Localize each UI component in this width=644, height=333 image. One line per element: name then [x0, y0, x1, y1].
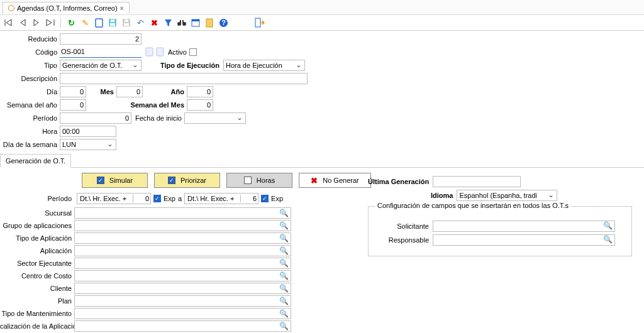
svg-rect-10: [182, 20, 184, 23]
lookup-input[interactable]: 🔍: [74, 220, 291, 231]
delete-icon[interactable]: ✖: [149, 18, 159, 28]
no-generar-button[interactable]: ✖ No Generar: [299, 173, 371, 188]
input-hora[interactable]: [60, 126, 116, 137]
separator: [60, 18, 61, 28]
lookup-label: Aplicación: [0, 247, 74, 254]
calendar-icon[interactable]: [191, 18, 201, 28]
new-icon[interactable]: [94, 18, 104, 28]
input-ano[interactable]: [187, 86, 213, 97]
exp-to-check[interactable]: ✓: [261, 195, 269, 202]
document-icon[interactable]: [204, 18, 214, 28]
label-solicitante: Solicitante: [374, 222, 433, 230]
priorizar-button[interactable]: ✓ Priorizar: [154, 173, 220, 188]
input-responsable[interactable]: 🔍: [433, 234, 615, 246]
close-icon[interactable]: ×: [120, 4, 124, 12]
search-icon[interactable]: 🔍: [279, 271, 289, 280]
edit-icon[interactable]: ✎: [80, 18, 90, 28]
label-dia: Día: [0, 88, 60, 96]
nav-last-icon[interactable]: [45, 18, 55, 28]
search-icon[interactable]: 🔍: [279, 234, 289, 243]
form-area: Reducido Código Activo Tipo Generación d…: [0, 31, 644, 152]
save-icon[interactable]: [108, 18, 118, 28]
search-icon[interactable]: 🔍: [279, 221, 289, 230]
search-icon[interactable]: 🔍: [603, 235, 613, 244]
lookup-label: Centro de Costo: [0, 272, 74, 280]
input-descripcion[interactable]: [60, 73, 308, 84]
lookup-input[interactable]: 🔍: [74, 308, 291, 319]
lookup-label: calización de la Aplicación: [0, 322, 74, 330]
binoculars-icon[interactable]: [177, 18, 187, 28]
horas-button[interactable]: Horas: [226, 173, 292, 188]
svg-rect-18: [157, 48, 164, 56]
label-periodo-top: Período: [0, 114, 60, 122]
lookup-input[interactable]: 🔍: [74, 258, 291, 269]
search-icon[interactable]: 🔍: [279, 309, 289, 318]
label-hora: Hora: [0, 128, 60, 135]
svg-rect-2: [110, 23, 115, 26]
lookup-input[interactable]: 🔍: [74, 295, 291, 307]
label-idioma: Idioma: [431, 192, 453, 199]
label-ano: Año: [143, 88, 187, 96]
label-semana-ano: Semana del año: [0, 101, 60, 109]
input-ultima-generacion[interactable]: [433, 176, 521, 187]
search-icon[interactable]: 🔍: [603, 221, 613, 230]
lookup-input[interactable]: 🔍: [74, 320, 291, 332]
select-dia-semana[interactable]: LUN: [60, 139, 116, 150]
input-semana-mes[interactable]: [187, 99, 213, 111]
nav-prev-icon[interactable]: [18, 18, 28, 28]
lookup-input[interactable]: 🔍: [74, 283, 291, 294]
search-icon[interactable]: 🔍: [279, 246, 289, 255]
svg-rect-0: [96, 19, 103, 27]
filter-icon[interactable]: [163, 18, 173, 28]
select-tipo-ejecucion[interactable]: Hora de Ejecución: [223, 60, 305, 71]
checkbox-activo[interactable]: [189, 48, 197, 56]
lookup-label: Tipo de Aplicación: [0, 234, 74, 242]
tab-bar: Agendas (O.T, Informes, Correo) ×: [0, 0, 644, 15]
input-solicitante[interactable]: 🔍: [433, 221, 615, 232]
lookup-input[interactable]: 🔍: [74, 270, 291, 281]
refresh-icon[interactable]: ↻: [66, 18, 76, 28]
input-reducido[interactable]: [60, 33, 142, 45]
select-fecha-inicio[interactable]: [184, 112, 246, 124]
input-periodo[interactable]: [60, 112, 131, 124]
nav-first-icon[interactable]: [4, 18, 14, 28]
a-label: a: [178, 195, 182, 202]
search-icon[interactable]: 🔍: [279, 322, 289, 330]
input-semana-ano[interactable]: [60, 99, 86, 111]
periodo-to[interactable]: Dt.\ Hr. Exec. + 6: [184, 193, 258, 204]
x-icon: ✖: [311, 176, 318, 185]
undo-icon[interactable]: ↶: [135, 18, 145, 28]
svg-rect-3: [111, 19, 114, 22]
label-semana-mes: Semana del Mes: [86, 101, 187, 109]
search-icon[interactable]: 🔍: [279, 297, 289, 305]
periodo-from[interactable]: Dt.\ Hr. Exec. + 0: [77, 193, 151, 204]
subtab-bar: Generación de O.T.: [0, 153, 644, 168]
svg-rect-12: [192, 19, 199, 21]
exp-from-check[interactable]: ✓: [153, 195, 161, 202]
label-descripcion: Descripción: [0, 75, 60, 82]
tab-agendas[interactable]: Agendas (O.T, Informes, Correo) ×: [3, 2, 130, 14]
search-icon[interactable]: 🔍: [279, 209, 289, 217]
subtab-generacion[interactable]: Generación de O.T.: [0, 154, 71, 168]
tab-status-icon: [8, 5, 14, 11]
input-dia[interactable]: [60, 86, 86, 97]
label-tipo: Tipo: [0, 62, 60, 69]
input-mes[interactable]: [116, 86, 143, 97]
search-icon[interactable]: 🔍: [279, 259, 289, 268]
codigo-item-icons[interactable]: [145, 47, 164, 57]
nav-next-icon[interactable]: [31, 18, 42, 28]
help-icon[interactable]: ?: [218, 18, 228, 28]
lookup-input[interactable]: 🔍: [74, 245, 291, 256]
input-codigo[interactable]: [60, 46, 142, 58]
lookup-row: calización de la Aplicación🔍: [0, 320, 644, 332]
label-reducido: Reducido: [0, 35, 60, 43]
lookup-row: Cliente🔍: [0, 282, 644, 295]
fieldset-legend: Configuración de campos que se insertará…: [375, 202, 571, 209]
lookup-input[interactable]: 🔍: [74, 207, 291, 219]
search-icon[interactable]: 🔍: [279, 284, 289, 293]
simular-button[interactable]: ✓ Simular: [82, 173, 148, 188]
select-tipo[interactable]: Generación de O.T.: [60, 60, 142, 71]
exit-icon[interactable]: [255, 18, 265, 28]
select-idioma[interactable]: Espanhol (Espanha, tradi: [457, 190, 557, 201]
lookup-input[interactable]: 🔍: [74, 232, 291, 244]
